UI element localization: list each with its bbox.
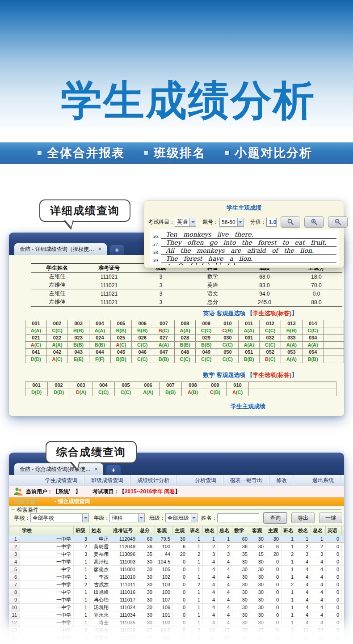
score-value-input[interactable]: 1.0 <box>266 218 277 227</box>
grid-cell: 1 <box>282 589 296 596</box>
grid-cell: 4 <box>311 604 326 611</box>
standard-answer: (A) <box>34 328 41 333</box>
zoom-out-button[interactable] <box>328 216 348 228</box>
score-cell: 3 <box>135 272 187 281</box>
new-tab-button[interactable]: + <box>110 245 124 255</box>
name-input[interactable] <box>217 513 259 522</box>
chevron-down-icon[interactable] <box>138 514 144 522</box>
school-label: 学校： <box>14 514 30 522</box>
close-icon[interactable]: × <box>95 466 98 472</box>
chevron-down-icon[interactable] <box>191 514 197 522</box>
school-select[interactable]: 全部学校 <box>30 513 89 522</box>
grid-data-row[interactable]: 1一中学3申正1120496079.5301116030301110 <box>9 535 345 543</box>
grid-data-row[interactable]: 2一中学2黄璐霞112048361006122363061220 <box>9 543 345 551</box>
student-answer: F <box>95 356 98 362</box>
score-table-row[interactable]: 左维佳1110213语文94.00.0 <box>31 289 342 298</box>
student-answer: D <box>76 390 80 395</box>
grid-data-row[interactable]: 9一中学1冉心怡111017301070144303001440 <box>9 596 345 604</box>
export-button[interactable]: 导出 <box>291 513 315 523</box>
grid-data-row[interactable]: 5一中学1廖俊杰111001301050144303001440 <box>9 566 345 573</box>
grid-cell: 一中学 <box>20 627 74 634</box>
grid-cell: 一中学 <box>20 611 74 619</box>
window1-active-tab[interactable]: 金航 - 详细成绩查询（授权使… × <box>14 243 107 255</box>
chevron-down-icon[interactable] <box>237 218 244 226</box>
grid-data-row[interactable]: 13一中学2周俊杰1110292794.503131327270313130 <box>9 627 345 634</box>
grid-cell: 30 <box>250 619 266 627</box>
subjective-score-footer-link[interactable]: 学生主观成绩 <box>231 402 265 411</box>
grade-select[interactable]: 理科 <box>109 513 144 522</box>
menu-item-1[interactable]: 学生成绩查询 <box>38 475 84 486</box>
standard-answer: (F) <box>98 356 105 362</box>
score-table-row[interactable]: 左维佳1110213英语83.070.0 <box>31 281 342 289</box>
page-title: 学生成绩分析 <box>61 79 315 122</box>
standard-answer: (C) <box>141 342 147 347</box>
grid-cell: 30 <box>232 558 250 566</box>
standard-answer: (C) <box>162 328 169 333</box>
answer-cell: C(B) <box>204 389 227 396</box>
bullet-icon <box>144 151 148 155</box>
grid-data-row[interactable]: 8一中学1田旭峰111016301000144303001440 <box>9 589 345 596</box>
grid-cell: 13 <box>311 634 326 642</box>
menu-item-5[interactable]: 报表一键导出 <box>223 475 269 486</box>
score-cell: 111021 <box>83 289 135 298</box>
class-select[interactable]: 全部班级 <box>165 513 198 522</box>
standard-answer: (A) <box>183 328 190 333</box>
score-table-row[interactable]: 左维佳1110213数学68.018.0 <box>31 272 342 281</box>
question-number-cell: 013 <box>281 320 303 327</box>
grid-cell: 3 <box>188 627 203 634</box>
grid-data-row[interactable]: 10一中学1汤凯翔111024301060144303001440 <box>9 604 345 611</box>
grid-data-row[interactable]: 11一中学1罗永永111034301010144303001440 <box>9 611 345 619</box>
zoom-in-button[interactable] <box>304 216 324 228</box>
grid-data-row[interactable]: 12一中学1肖全111035301000144303001440 <box>9 619 345 627</box>
answer-cell: F(F) <box>89 356 111 363</box>
menu-item-7[interactable]: 退出系统 <box>306 475 341 486</box>
answer-cell: B(C) <box>260 356 281 363</box>
grid-data-row[interactable]: 7一中学2古成杰111011301030244303002440 <box>9 581 345 589</box>
grid-cell: 1 <box>188 619 203 627</box>
grid-cell: 30 <box>250 573 266 581</box>
grid-data-row[interactable]: 3一中学3姜福伟1130963544202333515202330 <box>9 551 345 558</box>
question-select[interactable]: 56-60 <box>219 218 244 227</box>
grid-cell: 0 <box>266 611 282 619</box>
subject-select[interactable]: 英语 <box>175 218 196 227</box>
standard-answer: (E) <box>77 356 84 362</box>
grid-cell: 姜福伟 <box>90 551 111 558</box>
grid-data-row[interactable]: 6一中学1李杰111010301020144303001440 <box>9 573 345 581</box>
window-comprehensive-score-query: 金航 - 综合成绩查询(授权使… × + 学生成绩查询班级成绩查询成绩统计分析分… <box>9 453 344 644</box>
grid-cell: 111017 <box>111 596 138 604</box>
handwriting-text: The forest have a lion. <box>161 255 336 263</box>
score-table-row[interactable]: 左维佳1110213总分245.088.0 <box>31 298 342 306</box>
question-number-cell: 022 <box>46 334 68 341</box>
menu-item-3[interactable]: 成绩统计分析 <box>130 475 176 486</box>
menu-item-6[interactable]: 修改 <box>269 475 294 486</box>
grid-cell <box>342 566 345 573</box>
score-column-header: 准考证号 <box>83 263 135 272</box>
grid-cell: 4 <box>218 589 232 596</box>
grid-data-row[interactable]: 14一中学1陈鹏连1110302710000131327270013130 <box>9 634 345 642</box>
new-tab-button[interactable]: + <box>106 465 121 475</box>
chevron-down-icon[interactable] <box>82 514 88 522</box>
student-options-label: 学生选项(标答) <box>253 310 292 317</box>
grid-cell: 30 <box>138 589 155 596</box>
menu-item-4[interactable]: 分析查询 <box>188 475 223 486</box>
grid-cell: 汤凯翔 <box>90 604 111 611</box>
question-number-cell: 023 <box>68 334 89 341</box>
window2-active-tab[interactable]: 金航 - 综合成绩查询(授权使… × <box>14 463 103 475</box>
grid-cell: 1 <box>74 589 90 596</box>
question-number-cell: 008 <box>174 320 196 327</box>
close-icon[interactable]: × <box>98 246 101 252</box>
grid-data-row[interactable]: 4一中学1高浡桢11100330104.50144303001440 <box>9 558 345 566</box>
grid-column-header: 数学 <box>232 526 250 535</box>
grid-cell: 30 <box>250 558 266 566</box>
grid-cell: 4 <box>311 581 326 589</box>
chevron-down-icon[interactable] <box>189 218 196 226</box>
grid-cell: 1 <box>74 611 90 619</box>
search-button[interactable] <box>281 216 300 228</box>
question-number-cell: 047 <box>153 348 175 356</box>
menu-item-2[interactable]: 班级成绩查询 <box>84 475 130 486</box>
one-key-button[interactable]: 一键 <box>319 513 342 523</box>
student-answer: B <box>159 356 162 362</box>
query-button[interactable]: 查询 <box>264 513 287 523</box>
score-cell: 68.0 <box>239 272 290 281</box>
handwriting-line-number: 56. <box>152 234 161 239</box>
